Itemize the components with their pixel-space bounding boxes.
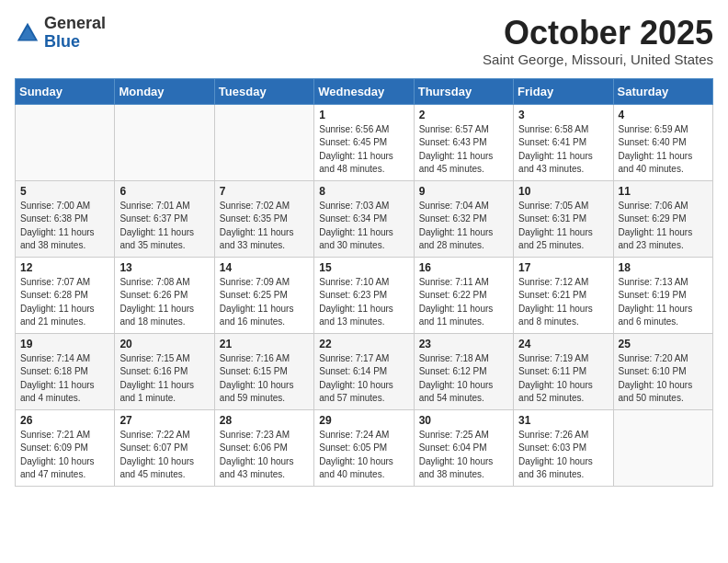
day-info: Sunrise: 7:23 AM Sunset: 6:06 PM Dayligh… xyxy=(220,429,309,482)
day-number: 13 xyxy=(119,261,209,274)
calendar-day-cell: 16Sunrise: 7:11 AM Sunset: 6:22 PM Dayli… xyxy=(414,257,513,333)
day-info: Sunrise: 7:26 AM Sunset: 6:03 PM Dayligh… xyxy=(518,429,608,482)
day-number: 14 xyxy=(220,261,309,274)
page-header: General Blue October 2025 Saint George, … xyxy=(15,15,713,67)
day-number: 16 xyxy=(419,261,508,274)
day-number: 2 xyxy=(419,109,508,121)
calendar-day-cell: 5Sunrise: 7:00 AM Sunset: 6:38 PM Daylig… xyxy=(16,180,115,257)
calendar-week-row: 1Sunrise: 6:56 AM Sunset: 6:45 PM Daylig… xyxy=(16,104,713,180)
day-number: 22 xyxy=(319,338,408,350)
weekday-header-friday: Friday xyxy=(514,78,613,104)
weekday-header-thursday: Thursday xyxy=(414,78,513,104)
calendar-day-cell: 20Sunrise: 7:15 AM Sunset: 6:16 PM Dayli… xyxy=(115,333,214,409)
calendar-day-cell: 9Sunrise: 7:04 AM Sunset: 6:32 PM Daylig… xyxy=(414,180,513,257)
day-number: 19 xyxy=(20,338,109,350)
day-info: Sunrise: 7:05 AM Sunset: 6:31 PM Dayligh… xyxy=(518,200,608,253)
calendar-day-cell: 17Sunrise: 7:12 AM Sunset: 6:21 PM Dayli… xyxy=(514,257,613,333)
calendar-day-cell: 19Sunrise: 7:14 AM Sunset: 6:18 PM Dayli… xyxy=(16,333,115,409)
day-info: Sunrise: 6:57 AM Sunset: 6:43 PM Dayligh… xyxy=(419,123,508,177)
calendar-day-cell xyxy=(16,104,115,180)
calendar-day-cell: 23Sunrise: 7:18 AM Sunset: 6:12 PM Dayli… xyxy=(414,333,513,409)
weekday-header-monday: Monday xyxy=(115,78,214,104)
day-info: Sunrise: 7:00 AM Sunset: 6:38 PM Dayligh… xyxy=(20,200,109,253)
logo: General Blue xyxy=(15,15,106,52)
day-number: 18 xyxy=(619,261,708,274)
calendar-day-cell: 27Sunrise: 7:22 AM Sunset: 6:07 PM Dayli… xyxy=(115,409,214,486)
day-info: Sunrise: 7:03 AM Sunset: 6:34 PM Dayligh… xyxy=(319,200,408,253)
calendar-day-cell xyxy=(613,409,712,486)
calendar-day-cell: 1Sunrise: 6:56 AM Sunset: 6:45 PM Daylig… xyxy=(314,104,414,180)
day-number: 7 xyxy=(220,185,309,198)
calendar-week-row: 5Sunrise: 7:00 AM Sunset: 6:38 PM Daylig… xyxy=(16,180,713,257)
calendar-day-cell: 14Sunrise: 7:09 AM Sunset: 6:25 PM Dayli… xyxy=(214,257,313,333)
weekday-header-tuesday: Tuesday xyxy=(214,78,313,104)
day-number: 21 xyxy=(220,338,309,350)
day-number: 26 xyxy=(20,414,109,427)
weekday-header-wednesday: Wednesday xyxy=(314,78,414,104)
day-number: 25 xyxy=(619,338,708,350)
calendar-header: SundayMondayTuesdayWednesdayThursdayFrid… xyxy=(16,78,713,104)
calendar-day-cell: 29Sunrise: 7:24 AM Sunset: 6:05 PM Dayli… xyxy=(314,409,414,486)
day-number: 29 xyxy=(319,414,408,427)
calendar-day-cell: 11Sunrise: 7:06 AM Sunset: 6:29 PM Dayli… xyxy=(613,180,712,257)
day-info: Sunrise: 7:10 AM Sunset: 6:23 PM Dayligh… xyxy=(319,276,408,329)
day-number: 3 xyxy=(518,109,608,121)
day-info: Sunrise: 7:25 AM Sunset: 6:04 PM Dayligh… xyxy=(419,429,508,482)
logo-text: General Blue xyxy=(44,15,106,52)
calendar-day-cell: 24Sunrise: 7:19 AM Sunset: 6:11 PM Dayli… xyxy=(514,333,613,409)
weekday-header-sunday: Sunday xyxy=(16,78,115,104)
calendar-day-cell: 13Sunrise: 7:08 AM Sunset: 6:26 PM Dayli… xyxy=(115,257,214,333)
day-info: Sunrise: 7:06 AM Sunset: 6:29 PM Dayligh… xyxy=(619,200,708,253)
calendar-week-row: 19Sunrise: 7:14 AM Sunset: 6:18 PM Dayli… xyxy=(16,333,713,409)
day-number: 23 xyxy=(419,338,508,350)
calendar-week-row: 26Sunrise: 7:21 AM Sunset: 6:09 PM Dayli… xyxy=(16,409,713,486)
calendar-day-cell: 21Sunrise: 7:16 AM Sunset: 6:15 PM Dayli… xyxy=(214,333,313,409)
day-info: Sunrise: 7:11 AM Sunset: 6:22 PM Dayligh… xyxy=(419,276,508,329)
calendar-day-cell: 8Sunrise: 7:03 AM Sunset: 6:34 PM Daylig… xyxy=(314,180,414,257)
day-number: 11 xyxy=(619,185,708,198)
calendar-week-row: 12Sunrise: 7:07 AM Sunset: 6:28 PM Dayli… xyxy=(16,257,713,333)
day-number: 15 xyxy=(319,261,408,274)
day-number: 10 xyxy=(518,185,608,198)
day-number: 8 xyxy=(319,185,408,198)
weekday-header-row: SundayMondayTuesdayWednesdayThursdayFrid… xyxy=(16,78,713,104)
title-block: October 2025 Saint George, Missouri, Uni… xyxy=(483,15,713,67)
day-number: 4 xyxy=(619,109,708,121)
calendar-day-cell: 10Sunrise: 7:05 AM Sunset: 6:31 PM Dayli… xyxy=(514,180,613,257)
calendar-day-cell: 18Sunrise: 7:13 AM Sunset: 6:19 PM Dayli… xyxy=(613,257,712,333)
day-number: 5 xyxy=(20,185,109,198)
calendar-subtitle: Saint George, Missouri, United States xyxy=(483,52,713,67)
day-info: Sunrise: 7:24 AM Sunset: 6:05 PM Dayligh… xyxy=(319,429,408,482)
calendar-day-cell: 15Sunrise: 7:10 AM Sunset: 6:23 PM Dayli… xyxy=(314,257,414,333)
day-info: Sunrise: 6:58 AM Sunset: 6:41 PM Dayligh… xyxy=(518,123,608,177)
day-number: 27 xyxy=(119,414,209,427)
day-info: Sunrise: 7:17 AM Sunset: 6:14 PM Dayligh… xyxy=(319,352,408,406)
calendar-day-cell: 30Sunrise: 7:25 AM Sunset: 6:04 PM Dayli… xyxy=(414,409,513,486)
day-info: Sunrise: 7:19 AM Sunset: 6:11 PM Dayligh… xyxy=(518,352,608,406)
calendar-day-cell: 6Sunrise: 7:01 AM Sunset: 6:37 PM Daylig… xyxy=(115,180,214,257)
day-info: Sunrise: 6:56 AM Sunset: 6:45 PM Dayligh… xyxy=(319,123,408,177)
day-number: 6 xyxy=(119,185,209,198)
calendar-day-cell: 31Sunrise: 7:26 AM Sunset: 6:03 PM Dayli… xyxy=(514,409,613,486)
day-info: Sunrise: 7:18 AM Sunset: 6:12 PM Dayligh… xyxy=(419,352,508,406)
calendar-title: October 2025 xyxy=(483,15,713,52)
calendar-day-cell: 25Sunrise: 7:20 AM Sunset: 6:10 PM Dayli… xyxy=(613,333,712,409)
day-info: Sunrise: 7:02 AM Sunset: 6:35 PM Dayligh… xyxy=(220,200,309,253)
calendar-day-cell xyxy=(115,104,214,180)
day-info: Sunrise: 7:14 AM Sunset: 6:18 PM Dayligh… xyxy=(20,352,109,406)
day-info: Sunrise: 7:13 AM Sunset: 6:19 PM Dayligh… xyxy=(619,276,708,329)
day-info: Sunrise: 7:07 AM Sunset: 6:28 PM Dayligh… xyxy=(20,276,109,329)
calendar-day-cell: 28Sunrise: 7:23 AM Sunset: 6:06 PM Dayli… xyxy=(214,409,313,486)
day-info: Sunrise: 7:12 AM Sunset: 6:21 PM Dayligh… xyxy=(518,276,608,329)
day-number: 20 xyxy=(119,338,209,350)
day-info: Sunrise: 7:22 AM Sunset: 6:07 PM Dayligh… xyxy=(119,429,209,482)
calendar-day-cell: 2Sunrise: 6:57 AM Sunset: 6:43 PM Daylig… xyxy=(414,104,513,180)
calendar-body: 1Sunrise: 6:56 AM Sunset: 6:45 PM Daylig… xyxy=(16,104,713,486)
day-number: 30 xyxy=(419,414,508,427)
day-number: 12 xyxy=(20,261,109,274)
day-info: Sunrise: 7:04 AM Sunset: 6:32 PM Dayligh… xyxy=(419,200,508,253)
day-number: 1 xyxy=(319,109,408,121)
day-number: 31 xyxy=(518,414,608,427)
calendar-table: SundayMondayTuesdayWednesdayThursdayFrid… xyxy=(15,78,713,487)
day-number: 28 xyxy=(220,414,309,427)
